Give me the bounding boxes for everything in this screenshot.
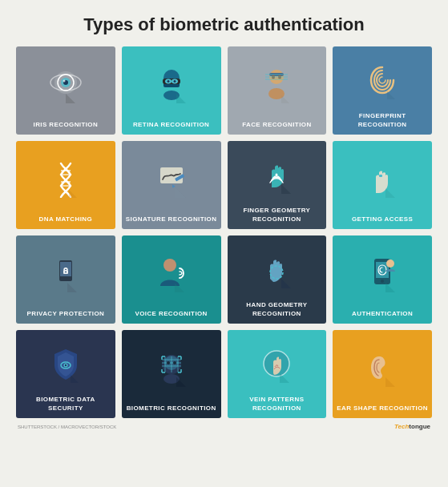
footer-credit: SHUTTERSTOCK / MACROVECTOR/STOCK — [18, 425, 116, 429]
ear-label: EAR SHAPE RECOGNITION — [337, 404, 428, 413]
bio-recog-icon — [125, 335, 218, 400]
voice-icon — [125, 240, 218, 306]
tile-vein: VEIN PATTERNS RECOGNITION — [228, 330, 327, 418]
hand-geo-label: HAND GEOMETRY RECOGNITION — [231, 301, 324, 318]
tile-face: FACE RECOGNITION — [228, 46, 327, 135]
tile-bio-recog: BIOMETRIC RECOGNITION — [122, 330, 221, 418]
face-icon — [231, 51, 324, 117]
svg-rect-30 — [379, 175, 382, 177]
finger-geo-label: FINGER GEOMETRY RECOGNITION — [231, 207, 324, 223]
svg-point-53 — [173, 361, 176, 364]
finger-geo-icon — [231, 146, 324, 203]
svg-point-12 — [167, 80, 169, 83]
footer: SHUTTERSTOCK / MACROVECTOR/STOCK Techton… — [16, 423, 432, 430]
access-label: GETTING ACCESS — [352, 215, 413, 223]
privacy-label: PRIVACY PROTECTION — [27, 310, 105, 318]
svg-point-40 — [386, 260, 394, 268]
brand-name-2: tongue — [409, 423, 430, 430]
tile-ear: EAR SHAPE RECOGNITION — [333, 330, 432, 418]
svg-point-34 — [65, 271, 67, 272]
page: Types of biometric authentication IRIS R… — [0, 0, 448, 487]
svg-point-35 — [163, 259, 176, 272]
svg-point-39 — [381, 280, 384, 283]
dna-icon — [19, 146, 112, 211]
vein-icon — [231, 335, 324, 392]
tile-finger-geo: FINGER GEOMETRY RECOGNITION — [228, 141, 327, 229]
vein-label: VEIN PATTERNS RECOGNITION — [231, 396, 324, 413]
iris-icon — [19, 51, 112, 117]
tile-iris: IRIS RECOGNITION — [16, 46, 115, 135]
bio-security-label: BIOMETRIC DATA SECURITY — [19, 396, 112, 413]
svg-rect-32 — [60, 262, 71, 276]
svg-point-52 — [167, 361, 170, 364]
tile-access: GETTING ACCESS — [333, 141, 432, 229]
fingerprint-icon — [336, 51, 429, 108]
svg-point-43 — [65, 364, 67, 365]
page-title: Types of biometric authentication — [16, 14, 432, 35]
tile-bio-security: BIOMETRIC DATA SECURITY — [16, 330, 115, 418]
svg-point-29 — [276, 173, 278, 175]
tile-voice: VOICE RECOGNITION — [122, 235, 221, 324]
signature-label: SIGNATURE RECOGNITION — [126, 215, 217, 223]
dna-label: DNA MATCHING — [39, 215, 93, 223]
tile-fingerprint: FINGERPRINT RECOGNITION — [333, 46, 432, 135]
tile-hand-geo: HAND GEOMETRY RECOGNITION — [228, 235, 327, 324]
tile-retina: RETINA RECOGNITION — [122, 46, 221, 135]
iris-label: IRIS RECOGNITION — [34, 121, 99, 129]
signature-icon — [125, 146, 218, 211]
footer-brand: Techtongue — [394, 423, 430, 430]
tile-privacy: PRIVACY PROTECTION — [16, 235, 115, 324]
face-label: FACE RECOGNITION — [242, 121, 311, 129]
auth-icon — [336, 240, 429, 306]
privacy-icon — [19, 240, 112, 306]
auth-label: AUTHENTICATION — [352, 310, 413, 318]
retina-icon — [125, 51, 218, 117]
tile-dna: DNA MATCHING — [16, 141, 115, 229]
access-icon — [336, 146, 429, 211]
svg-marker-28 — [171, 183, 175, 187]
bio-security-icon — [19, 335, 112, 392]
tile-signature: SIGNATURE RECOGNITION — [122, 141, 221, 229]
bio-recog-label: BIOMETRIC RECOGNITION — [127, 404, 216, 413]
brand-name: Tech — [394, 423, 409, 430]
ear-icon — [336, 335, 429, 400]
tile-grid: IRIS RECOGNITION — [16, 46, 432, 418]
tile-auth: AUTHENTICATION — [333, 235, 432, 324]
retina-label: RETINA RECOGNITION — [133, 121, 209, 129]
svg-point-4 — [63, 79, 65, 82]
svg-point-13 — [173, 80, 176, 83]
fingerprint-label: FINGERPRINT RECOGNITION — [336, 112, 429, 129]
hand-geo-icon — [231, 240, 324, 297]
voice-label: VOICE RECOGNITION — [135, 310, 207, 318]
